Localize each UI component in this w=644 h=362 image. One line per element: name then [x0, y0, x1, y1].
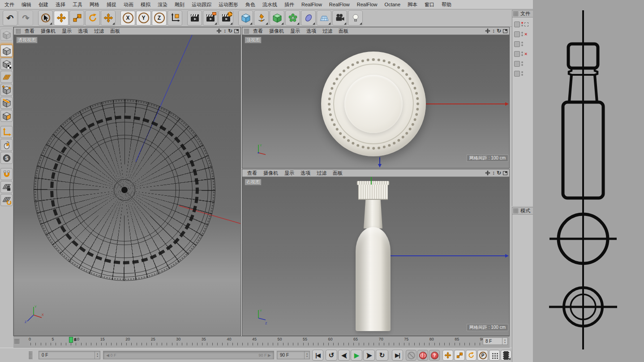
redo-button[interactable]: ↷: [18, 11, 33, 26]
viewport-menu-item[interactable]: 查看: [250, 27, 266, 34]
play-button[interactable]: ▶: [351, 350, 362, 361]
menu-item[interactable]: 渲染: [154, 0, 171, 9]
frame-stepper[interactable]: ▴ ▾: [502, 338, 507, 345]
viewport-menu-item[interactable]: 摄像机: [266, 27, 287, 34]
add-deformer-button[interactable]: [301, 11, 316, 26]
key-scale-toggle[interactable]: [454, 350, 465, 361]
visibility-dots[interactable]: [521, 61, 523, 66]
make-editable-button[interactable]: [0, 29, 13, 41]
visibility-dots[interactable]: [521, 32, 523, 36]
viewport-tweak-button[interactable]: [0, 139, 13, 151]
edges-mode-button[interactable]: [0, 97, 13, 109]
coordinate-system-button[interactable]: [167, 11, 182, 26]
viewport-perspective[interactable]: 查看摄像机显示选项过滤面板 ↕ ↻ 透视视图: [13, 27, 241, 336]
grip-icon[interactable]: [513, 208, 518, 213]
timeline-playhead[interactable]: [69, 337, 73, 343]
viewport-menu-item[interactable]: 过滤: [91, 27, 107, 34]
viewport-menu-item[interactable]: 过滤: [313, 169, 330, 177]
menu-item[interactable]: 帮助: [438, 0, 455, 9]
goto-end-button[interactable]: ▶|: [392, 350, 403, 361]
viewport-menu-item[interactable]: 选项: [303, 27, 319, 34]
menu-item[interactable]: 创建: [35, 0, 52, 9]
viewport-menu-item[interactable]: 查看: [21, 27, 38, 34]
record-keyframe-button[interactable]: [417, 350, 428, 361]
menu-item[interactable]: 角色: [242, 0, 259, 9]
grip-icon[interactable]: [29, 351, 32, 359]
frame-range-slider[interactable]: ◀ 0 F 90 F ▶: [103, 351, 274, 359]
object-row[interactable]: ×: [512, 39, 533, 49]
menu-item[interactable]: RealFlow: [298, 0, 326, 9]
menu-item[interactable]: RealFlow: [326, 0, 353, 9]
menu-item[interactable]: 插件: [281, 0, 298, 9]
grip-icon[interactable]: [16, 29, 21, 34]
add-primitive-cube-button[interactable]: [238, 11, 253, 26]
move-tool-button[interactable]: [54, 11, 69, 26]
render-settings-button[interactable]: [219, 11, 233, 26]
object-row[interactable]: ×: [512, 19, 533, 29]
pan-view-icon[interactable]: [216, 28, 222, 34]
menu-item[interactable]: 雕刻: [171, 0, 188, 9]
attribute-manager-menu[interactable]: 模式: [520, 207, 530, 214]
align-workplane-button[interactable]: [0, 194, 13, 206]
object-row[interactable]: ×: [512, 69, 533, 78]
object-manager-menu[interactable]: 文件: [520, 10, 530, 17]
visibility-dots[interactable]: [521, 71, 523, 76]
autokey-help-button[interactable]: ?: [429, 350, 440, 361]
viewport-menu-item[interactable]: 查看: [244, 169, 260, 177]
zoom-view-icon[interactable]: ↕: [492, 28, 495, 34]
scale-tool-button[interactable]: [69, 11, 84, 26]
menu-item[interactable]: 窗口: [421, 0, 438, 9]
key-pla-toggle[interactable]: [489, 350, 500, 361]
stepper-down-icon[interactable]: ▾: [97, 355, 98, 358]
toggle-panel-icon[interactable]: [234, 29, 239, 33]
goto-start-button[interactable]: |◀: [312, 350, 323, 361]
record-disabled-button[interactable]: [406, 350, 416, 361]
menu-item[interactable]: 编辑: [18, 0, 35, 9]
cycle-back-button[interactable]: ↺: [326, 350, 337, 361]
menu-item[interactable]: RealFlow: [353, 0, 381, 9]
menu-item[interactable]: 动画: [120, 0, 137, 9]
menu-item[interactable]: 脚本: [404, 0, 421, 9]
visibility-dots[interactable]: [521, 42, 523, 46]
model-mode-button[interactable]: [0, 45, 13, 57]
menu-item[interactable]: 文件: [1, 0, 18, 9]
add-spline-pen-button[interactable]: [254, 11, 269, 26]
render-off-icon[interactable]: ×: [524, 52, 527, 56]
add-camera-button[interactable]: [332, 11, 347, 26]
grip-icon[interactable]: [14, 339, 19, 344]
render-view-button[interactable]: [187, 11, 202, 26]
render-to-picture-viewer-button[interactable]: [203, 11, 218, 26]
end-frame-field[interactable]: 90 F ▴ ▾: [277, 351, 310, 359]
last-tool-button[interactable]: [101, 11, 116, 26]
polygons-mode-button[interactable]: [0, 110, 13, 122]
y-axis-lock-button[interactable]: Y: [136, 11, 151, 26]
viewport-top[interactable]: 查看摄像机显示选项过滤面板 ↕ ↻ 顶视图 Y 网格间距 : 100 cm: [242, 27, 510, 168]
menu-item[interactable]: Octane: [381, 0, 404, 9]
zoom-view-icon[interactable]: ↕: [223, 28, 226, 34]
menu-item[interactable]: 流水线: [259, 0, 281, 9]
grip-icon[interactable]: [244, 29, 249, 34]
key-rotation-toggle[interactable]: [466, 350, 477, 361]
viewport-menu-item[interactable]: 过滤: [319, 27, 335, 34]
menu-item[interactable]: 网格: [86, 0, 103, 9]
enable-axis-button[interactable]: [0, 126, 13, 138]
add-environment-button[interactable]: [317, 11, 331, 26]
next-frame-button[interactable]: )▶: [363, 350, 375, 361]
key-position-toggle[interactable]: [442, 350, 453, 361]
viewport-menu-item[interactable]: 摄像机: [38, 27, 59, 34]
key-parameter-toggle[interactable]: P: [477, 350, 488, 361]
previous-frame-button[interactable]: ◀(: [338, 350, 350, 361]
grip-icon[interactable]: [513, 11, 518, 16]
z-axis-lock-button[interactable]: Z: [152, 11, 167, 26]
visibility-dots[interactable]: [521, 22, 523, 26]
object-row[interactable]: ×: [512, 29, 533, 39]
object-row[interactable]: ×: [512, 49, 533, 59]
points-mode-button[interactable]: [0, 84, 13, 96]
rotate-tool-button[interactable]: [85, 11, 100, 26]
viewport-menu-item[interactable]: 选项: [75, 27, 91, 34]
menu-item[interactable]: 选择: [52, 0, 69, 9]
render-off-icon[interactable]: ×: [524, 32, 527, 37]
x-axis-lock-button[interactable]: X: [120, 11, 135, 26]
menu-item[interactable]: 捕捉: [103, 0, 120, 9]
add-light-button[interactable]: [348, 11, 363, 26]
